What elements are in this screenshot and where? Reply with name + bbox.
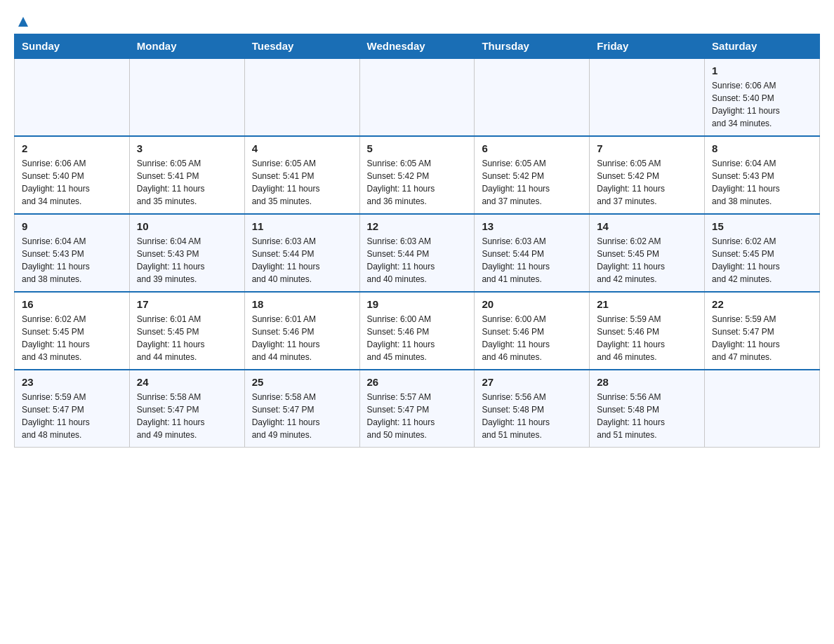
day-info: Sunrise: 5:57 AMSunset: 5:47 PMDaylight:…: [367, 391, 468, 441]
day-info: Sunrise: 6:01 AMSunset: 5:46 PMDaylight:…: [252, 313, 352, 363]
day-info: Sunrise: 6:05 AMSunset: 5:42 PMDaylight:…: [482, 157, 582, 208]
calendar-day-cell: 26Sunrise: 5:57 AMSunset: 5:47 PMDayligh…: [359, 370, 475, 448]
day-number: 1: [712, 65, 812, 76]
day-info: Sunrise: 6:03 AMSunset: 5:44 PMDaylight:…: [367, 235, 468, 286]
calendar-day-cell: 27Sunrise: 5:56 AMSunset: 5:48 PMDayligh…: [475, 370, 590, 448]
calendar-day-cell: [705, 370, 820, 448]
day-number: 22: [712, 298, 812, 310]
day-number: 21: [597, 298, 697, 310]
calendar-day-cell: 23Sunrise: 5:59 AMSunset: 5:47 PMDayligh…: [15, 370, 130, 448]
page-header: [14, 14, 820, 27]
day-number: 5: [367, 142, 468, 154]
calendar-day-cell: [590, 58, 705, 136]
day-info: Sunrise: 6:00 AMSunset: 5:46 PMDaylight:…: [482, 313, 582, 363]
day-info: Sunrise: 6:06 AMSunset: 5:40 PMDaylight:…: [22, 157, 122, 208]
calendar-week-row: 23Sunrise: 5:59 AMSunset: 5:47 PMDayligh…: [15, 370, 820, 448]
calendar-day-cell: 6Sunrise: 6:05 AMSunset: 5:42 PMDaylight…: [475, 136, 590, 214]
col-friday: Friday: [590, 34, 705, 59]
calendar-day-cell: 4Sunrise: 6:05 AMSunset: 5:41 PMDaylight…: [244, 136, 359, 214]
calendar-day-cell: 16Sunrise: 6:02 AMSunset: 5:45 PMDayligh…: [15, 292, 130, 370]
calendar-week-row: 2Sunrise: 6:06 AMSunset: 5:40 PMDaylight…: [15, 136, 820, 214]
calendar-day-cell: 19Sunrise: 6:00 AMSunset: 5:46 PMDayligh…: [359, 292, 475, 370]
calendar-week-row: 16Sunrise: 6:02 AMSunset: 5:45 PMDayligh…: [15, 292, 820, 370]
day-number: 4: [252, 142, 352, 154]
calendar-day-cell: 12Sunrise: 6:03 AMSunset: 5:44 PMDayligh…: [359, 214, 475, 292]
day-info: Sunrise: 5:58 AMSunset: 5:47 PMDaylight:…: [252, 391, 352, 441]
day-number: 8: [712, 142, 812, 154]
calendar-day-cell: [359, 58, 475, 136]
calendar-day-cell: [475, 58, 590, 136]
day-info: Sunrise: 6:04 AMSunset: 5:43 PMDaylight:…: [22, 235, 122, 286]
day-info: Sunrise: 5:58 AMSunset: 5:47 PMDaylight:…: [137, 391, 237, 441]
day-info: Sunrise: 6:00 AMSunset: 5:46 PMDaylight:…: [367, 313, 468, 363]
col-wednesday: Wednesday: [359, 34, 475, 59]
day-number: 14: [597, 220, 697, 232]
day-info: Sunrise: 6:05 AMSunset: 5:42 PMDaylight:…: [367, 157, 468, 208]
calendar-day-cell: 2Sunrise: 6:06 AMSunset: 5:40 PMDaylight…: [15, 136, 130, 214]
calendar-week-row: 9Sunrise: 6:04 AMSunset: 5:43 PMDaylight…: [15, 214, 820, 292]
calendar-day-cell: 9Sunrise: 6:04 AMSunset: 5:43 PMDaylight…: [15, 214, 130, 292]
day-number: 10: [137, 220, 237, 232]
calendar-day-cell: 25Sunrise: 5:58 AMSunset: 5:47 PMDayligh…: [244, 370, 359, 448]
day-number: 28: [597, 376, 697, 388]
logo: [14, 14, 31, 27]
day-number: 26: [367, 376, 468, 388]
calendar-day-cell: 14Sunrise: 6:02 AMSunset: 5:45 PMDayligh…: [590, 214, 705, 292]
day-info: Sunrise: 6:02 AMSunset: 5:45 PMDaylight:…: [712, 235, 812, 286]
day-number: 16: [22, 298, 122, 310]
calendar-day-cell: [15, 58, 130, 136]
svg-marker-0: [18, 17, 28, 27]
calendar-day-cell: 20Sunrise: 6:00 AMSunset: 5:46 PMDayligh…: [475, 292, 590, 370]
day-info: Sunrise: 6:05 AMSunset: 5:41 PMDaylight:…: [137, 157, 237, 208]
day-info: Sunrise: 5:59 AMSunset: 5:47 PMDaylight:…: [22, 391, 122, 441]
day-number: 15: [712, 220, 812, 232]
day-number: 18: [252, 298, 352, 310]
calendar-day-cell: 13Sunrise: 6:03 AMSunset: 5:44 PMDayligh…: [475, 214, 590, 292]
calendar-day-cell: 15Sunrise: 6:02 AMSunset: 5:45 PMDayligh…: [705, 214, 820, 292]
calendar-day-cell: 21Sunrise: 5:59 AMSunset: 5:46 PMDayligh…: [590, 292, 705, 370]
day-number: 25: [252, 376, 352, 388]
calendar-day-cell: [129, 58, 244, 136]
col-saturday: Saturday: [705, 34, 820, 59]
day-number: 2: [22, 142, 122, 154]
day-info: Sunrise: 5:56 AMSunset: 5:48 PMDaylight:…: [482, 391, 582, 441]
calendar-day-cell: 7Sunrise: 6:05 AMSunset: 5:42 PMDaylight…: [590, 136, 705, 214]
col-monday: Monday: [129, 34, 244, 59]
day-info: Sunrise: 6:02 AMSunset: 5:45 PMDaylight:…: [22, 313, 122, 363]
calendar-week-row: 1Sunrise: 6:06 AMSunset: 5:40 PMDaylight…: [15, 58, 820, 136]
day-info: Sunrise: 6:01 AMSunset: 5:45 PMDaylight:…: [137, 313, 237, 363]
day-number: 27: [482, 376, 582, 388]
calendar-day-cell: [244, 58, 359, 136]
day-info: Sunrise: 6:02 AMSunset: 5:45 PMDaylight:…: [597, 235, 697, 286]
day-number: 23: [22, 376, 122, 388]
day-number: 17: [137, 298, 237, 310]
day-number: 7: [597, 142, 697, 154]
day-number: 13: [482, 220, 582, 232]
calendar-day-cell: 24Sunrise: 5:58 AMSunset: 5:47 PMDayligh…: [129, 370, 244, 448]
day-number: 19: [367, 298, 468, 310]
calendar-day-cell: 8Sunrise: 6:04 AMSunset: 5:43 PMDaylight…: [705, 136, 820, 214]
day-info: Sunrise: 6:04 AMSunset: 5:43 PMDaylight:…: [137, 235, 237, 286]
calendar-header-row: Sunday Monday Tuesday Wednesday Thursday…: [15, 34, 820, 59]
calendar-day-cell: 22Sunrise: 5:59 AMSunset: 5:47 PMDayligh…: [705, 292, 820, 370]
day-info: Sunrise: 6:03 AMSunset: 5:44 PMDaylight:…: [252, 235, 352, 286]
calendar-day-cell: 28Sunrise: 5:56 AMSunset: 5:48 PMDayligh…: [590, 370, 705, 448]
day-number: 12: [367, 220, 468, 232]
day-number: 9: [22, 220, 122, 232]
day-info: Sunrise: 6:04 AMSunset: 5:43 PMDaylight:…: [712, 157, 812, 208]
calendar-day-cell: 11Sunrise: 6:03 AMSunset: 5:44 PMDayligh…: [244, 214, 359, 292]
calendar-day-cell: 18Sunrise: 6:01 AMSunset: 5:46 PMDayligh…: [244, 292, 359, 370]
calendar-day-cell: 10Sunrise: 6:04 AMSunset: 5:43 PMDayligh…: [129, 214, 244, 292]
calendar-day-cell: 1Sunrise: 6:06 AMSunset: 5:40 PMDaylight…: [705, 58, 820, 136]
day-info: Sunrise: 6:06 AMSunset: 5:40 PMDaylight:…: [712, 79, 812, 130]
day-info: Sunrise: 6:03 AMSunset: 5:44 PMDaylight:…: [482, 235, 582, 286]
day-info: Sunrise: 6:05 AMSunset: 5:42 PMDaylight:…: [597, 157, 697, 208]
col-sunday: Sunday: [15, 34, 130, 59]
day-info: Sunrise: 5:56 AMSunset: 5:48 PMDaylight:…: [597, 391, 697, 441]
day-info: Sunrise: 6:05 AMSunset: 5:41 PMDaylight:…: [252, 157, 352, 208]
col-thursday: Thursday: [475, 34, 590, 59]
calendar-day-cell: 17Sunrise: 6:01 AMSunset: 5:45 PMDayligh…: [129, 292, 244, 370]
col-tuesday: Tuesday: [244, 34, 359, 59]
logo-triangle-icon: [15, 14, 31, 29]
day-number: 20: [482, 298, 582, 310]
